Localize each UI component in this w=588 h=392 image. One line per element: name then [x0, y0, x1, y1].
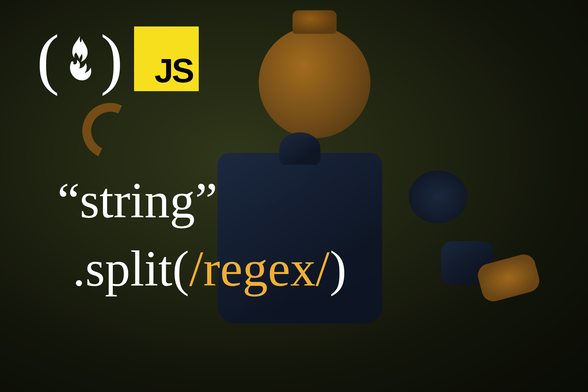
split-call-suffix: ) — [330, 241, 346, 296]
logos-row: ( ) JS — [37, 26, 199, 91]
code-snippet: “string” .split(/regex/) — [57, 166, 346, 303]
javascript-logo: JS — [134, 26, 199, 91]
regex-literal: /regex/ — [189, 241, 330, 296]
content-overlay: ( ) JS “string” .split(/regex/) — [0, 0, 588, 392]
fcc-right-paren: ) — [101, 25, 123, 93]
freecodecamp-logo: ( ) — [37, 26, 123, 91]
string-literal: string — [80, 172, 195, 228]
js-logo-text: JS — [155, 54, 193, 88]
fcc-left-paren: ( — [37, 25, 59, 93]
code-line-1: “string” — [57, 166, 346, 234]
code-line-2: .split(/regex/) — [73, 234, 346, 303]
close-quote: ” — [195, 172, 217, 228]
open-quote: “ — [57, 172, 80, 228]
flame-icon — [61, 34, 99, 84]
split-call-prefix: .split( — [73, 241, 189, 296]
